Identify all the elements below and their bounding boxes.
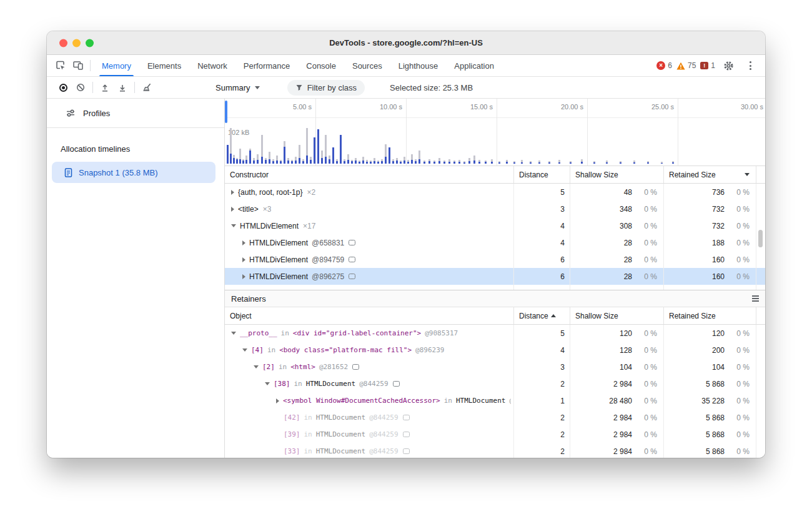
device-toolbar-button[interactable] — [69, 57, 87, 74]
sidebar-item-snapshot-1[interactable]: Snapshot 1 (35.8 MB) — [52, 162, 215, 183]
reveal-icon[interactable] — [349, 257, 355, 262]
live-bar — [280, 161, 282, 164]
tree-collapse-icon[interactable] — [231, 224, 236, 227]
tree-expand-icon[interactable] — [242, 257, 245, 262]
reveal-icon[interactable] — [403, 432, 410, 437]
inspect-element-button[interactable] — [52, 57, 69, 74]
tree-expand-icon[interactable] — [242, 274, 245, 279]
tab-sources[interactable]: Sources — [344, 55, 390, 76]
retainer-row[interactable]: <symbol Window#DocumentCachedAccessor>in… — [225, 392, 765, 409]
clear-profiles-button[interactable] — [72, 79, 89, 96]
reveal-icon[interactable] — [349, 240, 355, 245]
token-id: @844259 — [359, 380, 388, 388]
distance-cell: 3 — [513, 358, 570, 375]
zoom-window-button[interactable] — [86, 39, 94, 47]
timeline-overview[interactable]: 102 kB 5.00 s10.00 s15.00 s20.00 s25.00 … — [225, 99, 765, 166]
retainers-title: Retainers — [231, 294, 266, 304]
constructor-row[interactable]: HTMLDivElement@8947596280 %1600 % — [225, 251, 765, 268]
constructor-row[interactable]: <title>×333480 %7320 % — [225, 200, 765, 217]
tab-memory[interactable]: Memory — [94, 55, 139, 76]
tree-expand-icon[interactable] — [276, 398, 279, 403]
class-filter-input[interactable]: Filter by class — [287, 80, 365, 96]
tree-collapse-icon[interactable] — [254, 365, 259, 368]
tree-expand-icon[interactable] — [231, 207, 234, 212]
tab-application[interactable]: Application — [446, 55, 502, 76]
object-label: HTMLDivElement@658831 — [249, 239, 355, 247]
record-button[interactable] — [54, 79, 72, 96]
devtools-window: DevTools - store.google.com/?hl=en-US Me… — [47, 31, 765, 458]
tree-collapse-icon[interactable] — [242, 348, 247, 352]
live-bar — [227, 145, 229, 164]
window-controls — [59, 39, 94, 47]
column-header-shallow-size[interactable]: Shallow Size — [570, 307, 663, 324]
clear-all-broom-icon[interactable] — [138, 79, 156, 96]
tab-elements[interactable]: Elements — [139, 55, 189, 76]
constructor-row[interactable]: {auth, root, root-1p}×25480 %7360 % — [225, 184, 765, 200]
retainer-row[interactable]: __proto__in<div id="grid-label-container… — [225, 325, 765, 342]
close-window-button[interactable] — [59, 39, 67, 47]
tab-lighthouse[interactable]: Lighthouse — [390, 55, 447, 76]
constructor-row[interactable]: HTMLDivElement@896318 — [225, 285, 765, 290]
object-label: [33]inHTMLDocument@844259 — [284, 447, 410, 455]
titlebar: DevTools - store.google.com/?hl=en-US — [47, 31, 765, 55]
column-header-distance[interactable]: Distance — [513, 166, 570, 183]
reveal-icon[interactable] — [352, 364, 359, 370]
retainer-row[interactable]: [2]in<html>@28165231040 %1040 % — [225, 358, 765, 375]
column-header-object[interactable]: Object — [225, 307, 513, 324]
perspective-select[interactable]: Summary — [215, 83, 260, 92]
reveal-icon[interactable] — [403, 448, 410, 454]
reveal-icon[interactable] — [393, 381, 400, 387]
retainer-row[interactable]: [39]inHTMLDocument@84425922 9840 %5 8680… — [225, 426, 765, 443]
size-percent: 0 % — [632, 413, 663, 422]
column-header-shallow-size[interactable]: Shallow Size — [570, 166, 663, 183]
retained-size-cell: 7320 % — [663, 217, 756, 234]
size-percent: 0 % — [632, 346, 663, 355]
timeline-tick-label: 10.00 s — [380, 103, 402, 111]
retainer-row[interactable]: [4]in<body class="platform-mac fill">@89… — [225, 342, 765, 358]
tree-collapse-icon[interactable] — [265, 382, 270, 385]
selection-handle[interactable] — [225, 101, 227, 123]
size-value: 28 — [570, 272, 632, 281]
constructor-row[interactable]: HTMLDivElement×1743080 %7320 % — [225, 217, 765, 234]
size-percent: 0 % — [725, 255, 756, 264]
token-name: [2] — [262, 363, 275, 371]
column-header-retained-size[interactable]: Retained Size — [663, 307, 756, 324]
size-value: 732 — [664, 205, 725, 214]
tab-console[interactable]: Console — [298, 55, 344, 76]
scrollbar-thumb[interactable] — [758, 230, 763, 247]
object-cell: HTMLDivElement@894759 — [225, 251, 513, 268]
column-header-distance[interactable]: Distance — [513, 307, 570, 324]
constructor-row[interactable]: HTMLDivElement@8962756280 %1600 % — [225, 268, 765, 285]
timeline-tick-label: 25.00 s — [651, 103, 674, 111]
load-profile-button[interactable] — [96, 79, 114, 96]
reveal-icon[interactable] — [349, 274, 355, 279]
tab-performance[interactable]: Performance — [235, 55, 298, 76]
kebab-menu-icon[interactable] — [741, 57, 759, 74]
warnings-badge[interactable]: 75 — [676, 61, 696, 70]
tab-strip: MemoryElementsNetworkPerformanceConsoleS… — [94, 55, 502, 76]
column-header-retained-size[interactable]: Retained Size — [663, 166, 756, 183]
save-profile-button[interactable] — [114, 79, 131, 96]
constructor-row[interactable]: HTMLDivElement@6588314280 %1880 % — [225, 234, 765, 251]
object-cell: {auth, root, root-1p}×2 — [225, 184, 513, 200]
minimize-window-button[interactable] — [72, 39, 81, 47]
tree-expand-icon[interactable] — [231, 190, 234, 195]
live-bar — [269, 159, 270, 164]
errors-badge[interactable]: × 6 — [656, 61, 672, 70]
retainer-row[interactable]: [42]inHTMLDocument@84425922 9840 %5 8680… — [225, 409, 765, 426]
reveal-icon[interactable] — [403, 415, 410, 420]
tree-expand-icon[interactable] — [242, 240, 245, 245]
live-bar — [351, 161, 353, 164]
retainers-menu-icon[interactable] — [752, 294, 759, 303]
settings-gear-icon[interactable] — [720, 57, 737, 74]
retainer-row[interactable]: [38]inHTMLDocument@84425922 9840 %5 8680… — [225, 375, 765, 392]
object-id: @896275 — [312, 272, 344, 281]
retainer-row[interactable]: [33]inHTMLDocument@84425922 9840 %5 8680… — [225, 443, 765, 458]
live-bar — [272, 161, 274, 164]
shallow-size-cell: 1200 % — [570, 325, 663, 342]
issues-badge[interactable]: ! 1 — [700, 61, 715, 70]
column-header-constructor[interactable]: Constructor — [225, 166, 513, 183]
tree-collapse-icon[interactable] — [231, 332, 236, 335]
divider — [92, 82, 93, 93]
tab-network[interactable]: Network — [189, 55, 235, 76]
